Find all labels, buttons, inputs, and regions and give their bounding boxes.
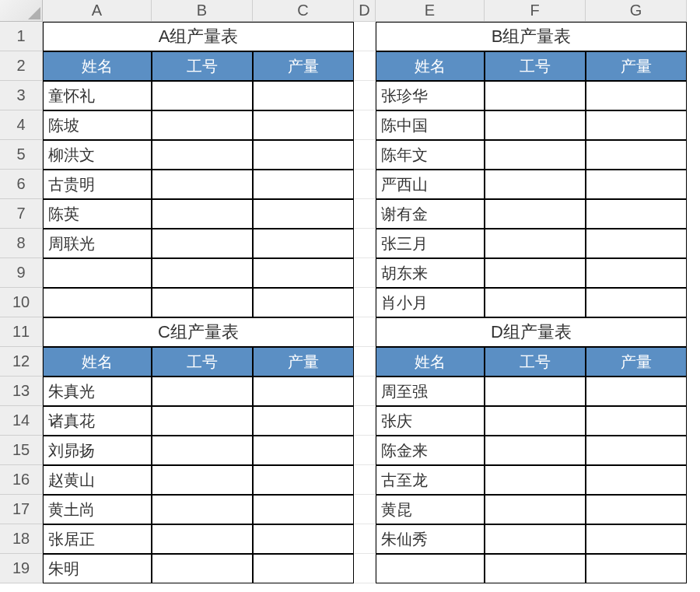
table-D-qty-6[interactable] <box>586 554 687 583</box>
table-D-id-4[interactable] <box>485 495 586 524</box>
table-C-qty-6[interactable] <box>253 554 354 583</box>
table-A-qty-2[interactable] <box>253 140 354 170</box>
gap-col-D-row-4[interactable] <box>354 110 376 140</box>
table-C-id-6[interactable] <box>152 554 253 583</box>
gap-col-D-row-13[interactable] <box>354 377 376 406</box>
row-header-10[interactable]: 10 <box>0 288 43 317</box>
gap-col-D-row-2[interactable] <box>354 51 376 81</box>
row-header-2[interactable]: 2 <box>0 51 43 81</box>
gap-col-D-row-3[interactable] <box>354 81 376 110</box>
gap-col-D-row-19[interactable] <box>354 554 376 583</box>
table-B-id-4[interactable] <box>485 199 586 229</box>
row-header-15[interactable]: 15 <box>0 436 43 465</box>
table-D-qty-5[interactable] <box>586 524 687 554</box>
table-C-name-6[interactable]: 朱明 <box>43 554 152 583</box>
table-A-name-1[interactable]: 陈坡 <box>43 110 152 140</box>
table-C-id-4[interactable] <box>152 495 253 524</box>
row-header-4[interactable]: 4 <box>0 110 43 140</box>
table-C-name-5[interactable]: 张居正 <box>43 524 152 554</box>
column-header-E[interactable]: E <box>376 0 485 22</box>
table-D-name-6[interactable] <box>376 554 485 583</box>
table-B-qty-1[interactable] <box>586 110 687 140</box>
row-header-12[interactable]: 12 <box>0 347 43 377</box>
table-B-qty-2[interactable] <box>586 140 687 170</box>
table-A-qty-6[interactable] <box>253 258 354 288</box>
table-B-id-0[interactable] <box>485 81 586 110</box>
row-header-1[interactable]: 1 <box>0 22 43 51</box>
row-header-14[interactable]: 14 <box>0 406 43 436</box>
table-D-name-3[interactable]: 古至龙 <box>376 465 485 495</box>
table-A-id-1[interactable] <box>152 110 253 140</box>
gap-col-D-row-15[interactable] <box>354 436 376 465</box>
gap-col-D-row-6[interactable] <box>354 170 376 199</box>
table-B-id-5[interactable] <box>485 229 586 258</box>
select-all-corner[interactable] <box>0 0 43 22</box>
table-C-name-1[interactable]: 诸真花 <box>43 406 152 436</box>
column-header-A[interactable]: A <box>43 0 152 22</box>
table-D-id-0[interactable] <box>485 377 586 406</box>
table-D-id-6[interactable] <box>485 554 586 583</box>
table-A-id-0[interactable] <box>152 81 253 110</box>
table-D-qty-0[interactable] <box>586 377 687 406</box>
table-B-qty-7[interactable] <box>586 288 687 317</box>
table-A-id-5[interactable] <box>152 229 253 258</box>
table-B-id-7[interactable] <box>485 288 586 317</box>
table-D-id-3[interactable] <box>485 465 586 495</box>
gap-col-D-row-7[interactable] <box>354 199 376 229</box>
table-C-id-5[interactable] <box>152 524 253 554</box>
table-B-name-0[interactable]: 张珍华 <box>376 81 485 110</box>
table-C-qty-5[interactable] <box>253 524 354 554</box>
row-header-13[interactable]: 13 <box>0 377 43 406</box>
spreadsheet-grid[interactable]: ABCDEFG12345678910111213141516171819A组产量… <box>0 0 700 583</box>
table-C-qty-3[interactable] <box>253 465 354 495</box>
gap-col-D-row-14[interactable] <box>354 406 376 436</box>
table-B-qty-6[interactable] <box>586 258 687 288</box>
table-B-name-5[interactable]: 张三月 <box>376 229 485 258</box>
table-B-qty-0[interactable] <box>586 81 687 110</box>
table-A-qty-0[interactable] <box>253 81 354 110</box>
table-A-qty-3[interactable] <box>253 170 354 199</box>
table-B-id-2[interactable] <box>485 140 586 170</box>
gap-col-D-row-1[interactable] <box>354 22 376 51</box>
table-B-qty-3[interactable] <box>586 170 687 199</box>
gap-col-D-row-12[interactable] <box>354 347 376 377</box>
table-A-name-5[interactable]: 周联光 <box>43 229 152 258</box>
table-D-qty-2[interactable] <box>586 436 687 465</box>
table-C-name-0[interactable]: 朱真光 <box>43 377 152 406</box>
table-A-qty-7[interactable] <box>253 288 354 317</box>
row-header-6[interactable]: 6 <box>0 170 43 199</box>
row-header-9[interactable]: 9 <box>0 258 43 288</box>
gap-col-D-row-10[interactable] <box>354 288 376 317</box>
row-header-18[interactable]: 18 <box>0 524 43 554</box>
gap-col-D-row-5[interactable] <box>354 140 376 170</box>
table-A-name-3[interactable]: 古贵明 <box>43 170 152 199</box>
row-header-19[interactable]: 19 <box>0 554 43 583</box>
table-A-name-7[interactable] <box>43 288 152 317</box>
table-A-name-2[interactable]: 柳洪文 <box>43 140 152 170</box>
column-header-F[interactable]: F <box>485 0 586 22</box>
table-C-name-3[interactable]: 赵黄山 <box>43 465 152 495</box>
table-C-id-1[interactable] <box>152 406 253 436</box>
table-A-id-7[interactable] <box>152 288 253 317</box>
table-B-qty-5[interactable] <box>586 229 687 258</box>
table-D-name-4[interactable]: 黄昆 <box>376 495 485 524</box>
row-header-7[interactable]: 7 <box>0 199 43 229</box>
column-header-D[interactable]: D <box>354 0 376 22</box>
table-D-id-2[interactable] <box>485 436 586 465</box>
table-C-qty-1[interactable] <box>253 406 354 436</box>
column-header-C[interactable]: C <box>253 0 354 22</box>
gap-col-D-row-16[interactable] <box>354 465 376 495</box>
table-C-id-3[interactable] <box>152 465 253 495</box>
table-B-name-6[interactable]: 胡东来 <box>376 258 485 288</box>
row-header-5[interactable]: 5 <box>0 140 43 170</box>
gap-col-D-row-17[interactable] <box>354 495 376 524</box>
row-header-16[interactable]: 16 <box>0 465 43 495</box>
column-header-G[interactable]: G <box>586 0 687 22</box>
table-D-id-1[interactable] <box>485 406 586 436</box>
table-C-name-2[interactable]: 刘昴扬 <box>43 436 152 465</box>
table-C-id-2[interactable] <box>152 436 253 465</box>
table-B-qty-4[interactable] <box>586 199 687 229</box>
table-A-name-0[interactable]: 童怀礼 <box>43 81 152 110</box>
row-header-17[interactable]: 17 <box>0 495 43 524</box>
table-A-id-4[interactable] <box>152 199 253 229</box>
